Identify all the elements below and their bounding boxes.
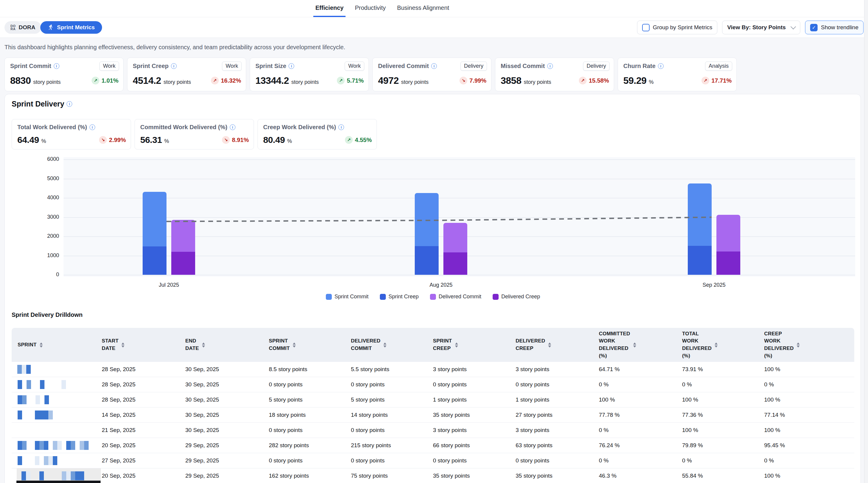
- subcard-committed-work-delivered-: Committed Work Delivered (%)i56.31%↘8.91…: [134, 119, 254, 150]
- redacted-block: [48, 456, 53, 465]
- show-trendline-toggle[interactable]: ✓ Show trendline: [805, 21, 864, 34]
- cell-delivered-creep: 35 story points: [509, 469, 593, 483]
- cell-sprint-creep: 0 story points: [427, 453, 509, 468]
- redacted-block: [18, 395, 22, 404]
- column-header-committed-work-delivered-[interactable]: Committed Work Delivered (%): [593, 328, 676, 362]
- column-header-sprint-creep[interactable]: Sprint Creep: [427, 328, 509, 362]
- cell-creep-work-delivered: 95.45 %: [758, 438, 854, 453]
- column-header-total-work-delivered-[interactable]: Total Work Delivered (%): [676, 328, 758, 362]
- tab-productivity[interactable]: Productivity: [353, 0, 388, 17]
- column-header-label: Start Date: [102, 337, 119, 352]
- bar-sprint-creep[interactable]: [143, 247, 166, 275]
- info-icon[interactable]: i: [338, 124, 344, 130]
- delta-negative: ↘7.99%: [460, 77, 486, 85]
- cell-end-date: 29 Sep, 2025: [179, 469, 263, 483]
- column-header-delivered-creep[interactable]: Delivered Creep: [509, 328, 593, 362]
- info-icon[interactable]: i: [171, 63, 177, 69]
- bar-delivered-creep[interactable]: [171, 252, 195, 275]
- sprint-delivery-title-text: Sprint Delivery: [12, 100, 64, 108]
- info-icon[interactable]: i: [54, 63, 59, 69]
- bar-sprint-creep[interactable]: [688, 246, 712, 275]
- cell-delivered-creep: 3 story points: [509, 362, 593, 377]
- sort-icon[interactable]: [797, 343, 800, 348]
- info-icon[interactable]: i: [431, 63, 437, 69]
- sort-asc-icon: [293, 343, 296, 345]
- redacted-block: [18, 380, 22, 389]
- legend-label: Delivered Commit: [439, 294, 481, 300]
- drilldown-table: SprintStart DateEnd DateSprint CommitDel…: [12, 328, 854, 483]
- cell-sprint-creep: 35 story points: [427, 469, 509, 483]
- legend-item-sprint-commit[interactable]: Sprint Commit: [326, 294, 369, 300]
- category-badge: Delivery: [460, 61, 487, 71]
- column-header-label: Creep Work Delivered (%): [764, 330, 794, 360]
- legend-item-delivered-commit[interactable]: Delivered Commit: [430, 294, 481, 300]
- column-header-delivered-commit[interactable]: Delivered Commit: [345, 328, 427, 362]
- tab-efficiency[interactable]: Efficiency: [313, 0, 345, 17]
- cell-committed-work-delivered: 0 %: [593, 423, 676, 438]
- sprint-metrics-button[interactable]: Sprint Metrics: [40, 21, 102, 34]
- bar-delivered-commit[interactable]: [443, 223, 467, 252]
- tab-business-alignment[interactable]: Business Alignment: [395, 0, 452, 17]
- sort-icon[interactable]: [455, 343, 458, 348]
- trend-up-icon: ↗: [702, 77, 709, 85]
- column-header-sprint[interactable]: Sprint: [12, 328, 96, 362]
- sort-icon[interactable]: [121, 343, 124, 348]
- info-icon[interactable]: i: [90, 124, 95, 130]
- cell-sprint-creep: 35 story points: [427, 408, 509, 422]
- show-trendline-checkbox[interactable]: ✓: [810, 24, 817, 31]
- subcard-unit: %: [287, 138, 292, 144]
- subcard-value-row: 80.49%: [263, 135, 292, 145]
- delta-negative: ↗16.32%: [211, 77, 241, 85]
- column-header-label: Delivered Commit: [351, 337, 380, 352]
- sort-icon[interactable]: [293, 343, 296, 348]
- cell-total-work-delivered: 73.91 %: [676, 362, 758, 377]
- cell-total-work-delivered: 0 %: [676, 377, 758, 392]
- category-badge: Work: [345, 61, 364, 71]
- sort-asc-icon: [121, 343, 124, 345]
- sprint-delivery-chart: 0100020003000400050006000 Jul 2025Aug 20…: [5, 155, 861, 290]
- info-icon[interactable]: i: [547, 63, 553, 69]
- sort-icon[interactable]: [548, 343, 551, 348]
- info-icon[interactable]: i: [658, 63, 663, 69]
- kpi-unit: story points: [401, 79, 429, 85]
- table-row: 28 Sep, 202530 Sep, 20250 story points0 …: [12, 377, 854, 392]
- sort-icon[interactable]: [715, 343, 718, 348]
- cell-sprint-creep: 1 story points: [427, 392, 509, 407]
- group-by-checkbox[interactable]: [642, 24, 650, 31]
- bar-delivered-commit[interactable]: [716, 215, 740, 252]
- legend-item-delivered-creep[interactable]: Delivered Creep: [493, 294, 540, 300]
- kpi-title: Missed Commiti: [501, 63, 553, 69]
- info-icon[interactable]: i: [288, 63, 294, 69]
- bar-sprint-commit[interactable]: [415, 193, 439, 246]
- bar-delivered-creep[interactable]: [443, 252, 467, 275]
- dora-button[interactable]: DO RA DORA: [4, 21, 41, 34]
- column-header-end-date[interactable]: End Date: [179, 328, 263, 362]
- bar-delivered-creep[interactable]: [716, 252, 740, 275]
- legend-item-sprint-creep[interactable]: Sprint Creep: [380, 294, 418, 300]
- kpi-unit: story points: [291, 79, 319, 85]
- sprint-delivery-title: Sprint Delivery i: [12, 100, 72, 108]
- bar-delivered-commit[interactable]: [171, 220, 195, 252]
- bar-sprint-creep[interactable]: [415, 246, 439, 275]
- redacted-block: [22, 471, 26, 480]
- trend-up-icon: ↗: [579, 77, 587, 85]
- sort-icon[interactable]: [40, 343, 43, 348]
- sort-icon[interactable]: [202, 343, 205, 348]
- column-header-creep-work-delivered-[interactable]: Creep Work Delivered (%): [758, 328, 854, 362]
- scrollbar[interactable]: [864, 0, 868, 483]
- view-by-value: View By: Story Points: [727, 24, 786, 31]
- bar-sprint-commit[interactable]: [688, 184, 712, 246]
- sort-icon[interactable]: [383, 343, 386, 348]
- info-icon[interactable]: i: [230, 124, 236, 130]
- info-icon[interactable]: i: [66, 101, 72, 107]
- group-by-sprint-metrics-toggle[interactable]: Group by Sprint Metrics: [637, 21, 718, 34]
- column-header-label: End Date: [185, 337, 199, 352]
- cell-creep-work-delivered: 100 %: [758, 469, 854, 483]
- bar-sprint-commit[interactable]: [143, 192, 166, 247]
- column-header-start-date[interactable]: Start Date: [96, 328, 179, 362]
- redacted-block: [44, 456, 48, 465]
- column-header-sprint-commit[interactable]: Sprint Commit: [263, 328, 345, 362]
- trend-up-icon: ↗: [345, 136, 353, 144]
- sort-icon[interactable]: [633, 343, 636, 348]
- view-by-dropdown[interactable]: View By: Story Points: [722, 21, 800, 34]
